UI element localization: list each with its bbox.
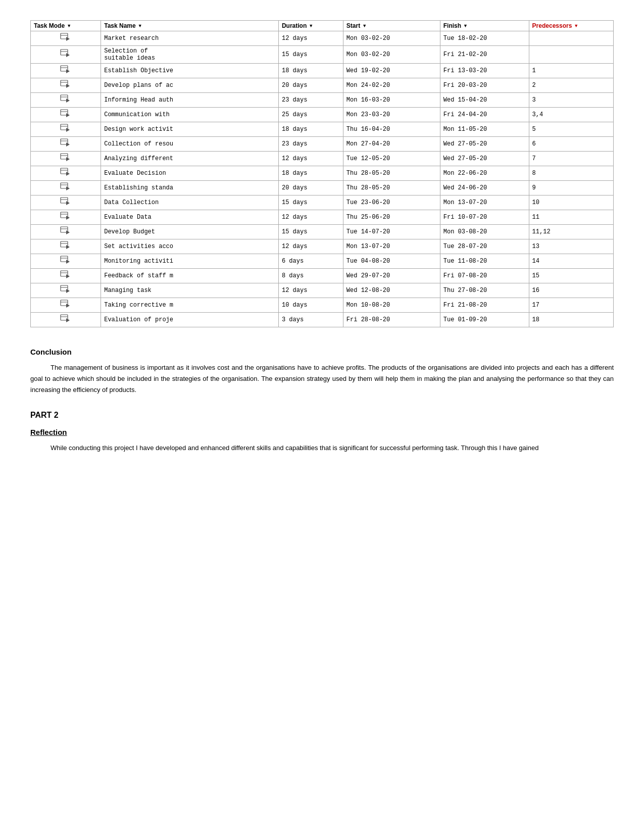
start-cell: Thu 28-05-20: [343, 181, 440, 195]
table-row: Taking corrective m10 daysMon 10-08-20Fr…: [31, 298, 614, 313]
finish-cell: Wed 15-04-20: [440, 93, 529, 108]
finish-cell: Tue 18-02-20: [440, 31, 529, 46]
predecessors-cell: 5: [529, 122, 613, 137]
task-mode-icon: [60, 80, 71, 89]
finish-cell: Mon 03-08-20: [440, 225, 529, 239]
duration-cell: 20 days: [278, 78, 343, 93]
part2-section: PART 2 Reflection While conducting this …: [30, 411, 614, 454]
task-mode-icon: [60, 138, 71, 148]
task-name-cell: Evaluation of proje: [101, 313, 279, 327]
task-mode-cell: [31, 210, 101, 225]
table-row: Data Collection15 daysTue 23-06-20Mon 13…: [31, 195, 614, 210]
th-task-name-label: Task Name: [104, 22, 135, 29]
task-mode-icon: [60, 197, 71, 206]
predecessors-cell: 10: [529, 195, 613, 210]
table-row: Establish Objective18 daysWed 19-02-20Fr…: [31, 64, 614, 78]
finish-cell: Fri 20-03-20: [440, 78, 529, 93]
th-task-mode-arrow: ▼: [67, 23, 71, 28]
task-mode-icon: [60, 314, 71, 323]
th-start-arrow: ▼: [362, 23, 367, 28]
task-mode-cell: [31, 225, 101, 239]
task-mode-cell: [31, 313, 101, 327]
finish-cell: Fri 13-03-20: [440, 64, 529, 78]
predecessors-cell: 11,12: [529, 225, 613, 239]
duration-cell: 15 days: [278, 195, 343, 210]
finish-cell: Wed 27-05-20: [440, 137, 529, 152]
finish-cell: Wed 27-05-20: [440, 152, 529, 166]
predecessors-cell: 11: [529, 210, 613, 225]
th-task-mode[interactable]: Task Mode ▼: [31, 21, 101, 31]
finish-cell: Mon 11-05-20: [440, 122, 529, 137]
th-duration[interactable]: Duration ▼: [278, 21, 343, 31]
duration-cell: 12 days: [278, 239, 343, 254]
task-mode-cell: [31, 93, 101, 108]
table-row: Develop plans of ac20 daysMon 24-02-20Fr…: [31, 78, 614, 93]
table-row: Develop Budget15 daysTue 14-07-20Mon 03-…: [31, 225, 614, 239]
th-start-label: Start: [346, 22, 360, 29]
table-row: Feedback of staff m8 daysWed 29-07-20Fri…: [31, 269, 614, 283]
conclusion-title: Conclusion: [30, 348, 614, 356]
start-cell: Wed 29-07-20: [343, 269, 440, 283]
th-predecessors[interactable]: Predecessors ▼: [529, 21, 613, 31]
task-mode-cell: [31, 239, 101, 254]
predecessors-cell: 1: [529, 64, 613, 78]
start-cell: Mon 27-04-20: [343, 137, 440, 152]
duration-cell: 23 days: [278, 93, 343, 108]
th-finish[interactable]: Finish ▼: [440, 21, 529, 31]
task-mode-icon: [60, 109, 71, 118]
task-name-cell: Informing Head auth: [101, 93, 279, 108]
duration-cell: 18 days: [278, 166, 343, 181]
finish-cell: Thu 27-08-20: [440, 283, 529, 298]
task-mode-cell: [31, 195, 101, 210]
th-task-name[interactable]: Task Name ▼: [101, 21, 279, 31]
predecessors-cell: 14: [529, 254, 613, 269]
table-row: Analyzing different12 daysTue 12-05-20We…: [31, 152, 614, 166]
table-row: Market research12 daysMon 03-02-20Tue 18…: [31, 31, 614, 46]
predecessors-cell: 3: [529, 93, 613, 108]
th-start[interactable]: Start ▼: [343, 21, 440, 31]
predecessors-cell: 8: [529, 166, 613, 181]
duration-cell: 6 days: [278, 254, 343, 269]
task-mode-cell: [31, 166, 101, 181]
task-mode-icon: [60, 285, 71, 294]
task-name-cell: Feedback of staff m: [101, 269, 279, 283]
task-mode-cell: [31, 298, 101, 313]
duration-cell: 18 days: [278, 64, 343, 78]
duration-cell: 3 days: [278, 313, 343, 327]
task-mode-icon: [60, 124, 71, 133]
task-name-cell: Collection of resou: [101, 137, 279, 152]
start-cell: Mon 03-02-20: [343, 31, 440, 46]
predecessors-cell: 13: [529, 239, 613, 254]
predecessors-cell: 16: [529, 283, 613, 298]
finish-cell: Fri 21-08-20: [440, 298, 529, 313]
table-row: Set activities acco12 daysMon 13-07-20Tu…: [31, 239, 614, 254]
finish-cell: Mon 22-06-20: [440, 166, 529, 181]
predecessors-cell: 2: [529, 78, 613, 93]
start-cell: Wed 19-02-20: [343, 64, 440, 78]
task-mode-icon: [60, 226, 71, 235]
task-name-cell: Communication with: [101, 108, 279, 122]
task-mode-cell: [31, 46, 101, 64]
table-row: Evaluate Decision18 daysThu 28-05-20Mon …: [31, 166, 614, 181]
table-row: Informing Head auth23 daysMon 16-03-20We…: [31, 93, 614, 108]
task-mode-cell: [31, 31, 101, 46]
start-cell: Wed 12-08-20: [343, 283, 440, 298]
task-mode-icon: [60, 65, 71, 74]
task-name-cell: Taking corrective m: [101, 298, 279, 313]
duration-cell: 25 days: [278, 108, 343, 122]
task-name-cell: Evaluate Decision: [101, 166, 279, 181]
th-predecessors-arrow: ▼: [574, 23, 578, 28]
duration-cell: 12 days: [278, 210, 343, 225]
task-mode-icon: [60, 212, 71, 221]
start-cell: Thu 28-05-20: [343, 166, 440, 181]
start-cell: Mon 03-02-20: [343, 46, 440, 64]
task-name-cell: Design work activit: [101, 122, 279, 137]
duration-cell: 23 days: [278, 137, 343, 152]
predecessors-cell: 3,4: [529, 108, 613, 122]
start-cell: Tue 23-06-20: [343, 195, 440, 210]
predecessors-cell: [529, 46, 613, 64]
start-cell: Mon 23-03-20: [343, 108, 440, 122]
th-finish-label: Finish: [443, 22, 461, 29]
table-row: Design work activit18 daysThu 16-04-20Mo…: [31, 122, 614, 137]
duration-cell: 10 days: [278, 298, 343, 313]
